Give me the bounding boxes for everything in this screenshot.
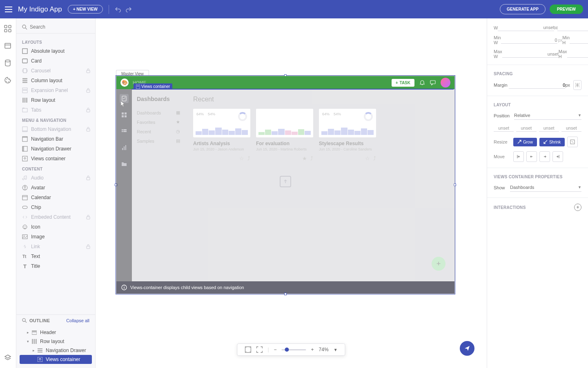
app-title: My Indigo App [18,5,62,13]
rail-item-folder[interactable] [120,159,129,168]
views-icon[interactable] [4,42,12,50]
height-input[interactable] [557,24,588,31]
shrink-button[interactable]: Shrink [539,138,565,146]
rail-item-tasks[interactable] [120,94,129,103]
rail-item-chart[interactable] [120,143,129,152]
task-button[interactable]: +TASK [392,79,414,87]
move-left-button[interactable] [526,151,537,162]
tree-node-views-container[interactable]: Views container [20,355,92,364]
list-icon [38,348,43,353]
nav-item-drawer[interactable]: Navigation Drawer [16,144,95,154]
content-item-text[interactable]: TtText [16,251,95,261]
chevron-down-icon[interactable]: ▼ [334,348,338,352]
resize-options-button[interactable] [567,137,578,147]
zoom-out-button[interactable]: − [274,347,277,352]
move-right-button[interactable] [539,151,550,162]
redo-icon[interactable] [125,7,132,12]
content-item-icon[interactable]: Icon [16,222,95,232]
move-start-button[interactable] [513,151,524,162]
selection-handle[interactable] [284,293,287,295]
send-button[interactable] [460,341,474,356]
sidebar-item[interactable]: Favorites★ [137,117,180,127]
zoom-slider[interactable] [282,349,306,350]
data-icon[interactable] [4,59,12,67]
preview-button[interactable]: PREVIEW [550,4,583,14]
interactions-heading: INTERACTIONS [494,205,526,210]
fab-add[interactable]: + [432,257,445,271]
minw-input[interactable] [501,37,557,44]
star-icon[interactable]: ☆ [365,155,370,162]
sidebar-item[interactable]: Recent◷ [137,127,180,136]
bell-icon[interactable] [419,80,425,85]
content-item-avatar[interactable]: Avatar [16,183,95,193]
sidebar-item[interactable]: Samples▤ [137,136,180,146]
add-interaction-button[interactable]: + [574,204,581,211]
svg-rect-75 [122,148,123,150]
pos-top-input[interactable] [494,125,514,132]
embed-icon [22,214,28,220]
theme-icon[interactable] [4,76,12,85]
components-icon[interactable] [4,25,12,33]
layout-item-column[interactable]: Column layout [16,76,95,85]
share-icon[interactable]: ⤴ [373,155,376,162]
pos-left-input[interactable] [561,125,581,132]
layers-icon[interactable] [4,354,12,362]
svg-rect-73 [122,131,123,132]
sidebar-item[interactable]: Dashboards▦ [137,108,180,117]
undo-icon[interactable] [115,7,121,12]
maxh-input[interactable] [567,51,588,58]
pos-bottom-input[interactable] [539,125,559,132]
canvas[interactable]: Master View 🎨 HOME Views container +TASK [96,18,487,368]
new-view-button[interactable]: + NEW VIEW [68,5,103,13]
svg-rect-28 [22,108,24,109]
position-select[interactable]: Relative▼ [514,111,581,120]
generate-app-button[interactable]: GENERATE APP [500,4,546,14]
content-item-chip[interactable]: Chip [16,202,95,212]
user-avatar[interactable] [441,78,450,88]
tree-node-header[interactable]: ▸Header [20,328,92,337]
layout-item-row[interactable]: Row layout [16,95,95,105]
views-container-icon [38,357,43,362]
star-icon[interactable]: ☆ [239,155,244,162]
dashboard-card[interactable]: For evaluation Jun 15, 2020 - Martina Ro… [256,109,313,162]
margin-input[interactable] [509,82,565,89]
nav-item-views[interactable]: Views container [16,154,95,164]
nav-item-bar[interactable]: Navigation Bar [16,134,95,144]
share-icon[interactable]: ⤴ [310,155,313,162]
minh-input[interactable] [570,37,588,44]
search-field[interactable] [16,22,95,34]
grow-button[interactable]: Grow [513,138,537,146]
dashboard-card[interactable]: 64%54% Artists Analysis Jun 15, 2020 - J… [193,109,250,162]
search-icon[interactable] [22,318,27,323]
dashboard-card[interactable]: 64%54% Stylescape Results Jun 15, 2020 -… [319,109,376,162]
fit-screen-icon[interactable] [245,346,251,353]
search-input[interactable] [30,24,91,30]
svg-rect-21 [22,88,27,90]
width-input[interactable] [498,24,554,31]
tree-node-drawer[interactable]: ▸Navigation Drawer [20,346,92,355]
pos-right-input[interactable] [516,125,536,132]
svg-rect-67 [122,112,124,114]
layouts-heading: LAYOUTS [16,37,95,46]
show-select[interactable]: Dashboards▼ [510,183,581,192]
layout-item-absolute[interactable]: Absolute layout [16,46,95,56]
chat-icon[interactable] [430,80,436,85]
link-icon [22,244,28,249]
maxw-input[interactable] [502,51,559,58]
expand-margin-button[interactable] [573,80,581,90]
expand-icon[interactable] [256,346,263,353]
layout-item-card[interactable]: Card [16,56,95,66]
star-icon[interactable]: ★ [302,155,307,162]
collapse-all-link[interactable]: Collapse all [66,318,89,323]
share-icon[interactable]: ⤴ [247,155,250,162]
rail-item-list[interactable] [120,127,129,136]
zoom-in-button[interactable]: + [311,347,314,352]
tree-node-row[interactable]: ▾Row layout [20,337,92,346]
app-frame[interactable]: 🎨 HOME Views container +TASK [116,76,455,294]
content-item-title[interactable]: TTitle [16,261,95,271]
content-item-calendar[interactable]: Calendar [16,193,95,202]
rail-item-grid[interactable] [120,110,129,119]
content-item-image[interactable]: Image [16,232,95,242]
menu-icon[interactable] [5,7,12,12]
move-end-button[interactable] [552,151,563,162]
